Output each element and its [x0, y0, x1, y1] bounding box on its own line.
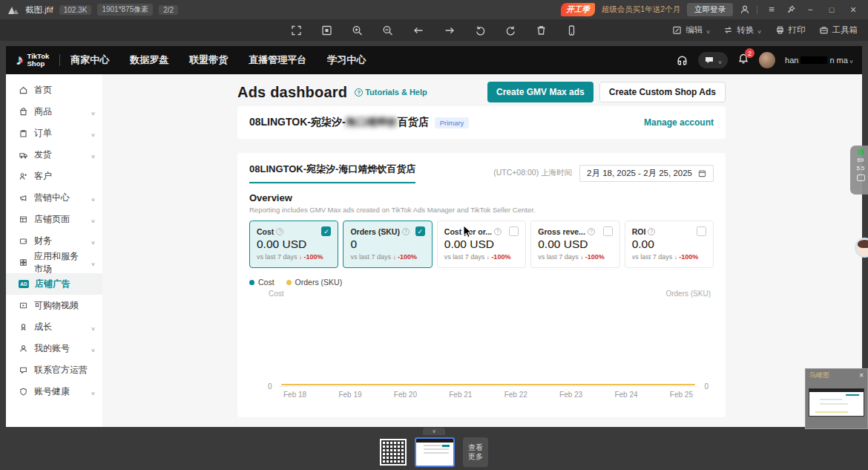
menu-icon[interactable]: [764, 0, 779, 19]
nav-learning-center[interactable]: 学习中心: [327, 53, 366, 67]
rotate-left-icon[interactable]: [475, 25, 487, 36]
sidebar-item-products[interactable]: 商品: [6, 101, 102, 123]
fullscreen-icon[interactable]: [291, 25, 303, 36]
nav-affiliate[interactable]: 联盟带货: [189, 53, 228, 67]
headset-icon[interactable]: [676, 54, 688, 67]
sidebar-item-shoppable-videos[interactable]: 可购物视频: [6, 295, 102, 316]
sidebar-item-label: 账号健康: [34, 385, 70, 398]
selected-image-thumbnail[interactable]: [415, 437, 455, 467]
edit-menu[interactable]: 编辑: [672, 25, 710, 36]
metric-value: 0.00 USD: [538, 238, 612, 251]
legend-orders[interactable]: Orders (SKU): [286, 278, 343, 287]
sidebar-item-finance[interactable]: 财务: [6, 230, 102, 252]
tiktok-shop-logo[interactable]: ♪ TikTok Shop: [16, 52, 49, 68]
info-icon[interactable]: [402, 228, 410, 235]
date-range-picker[interactable]: 2月 18, 2025 - 2月 25, 2025: [579, 165, 714, 182]
calendar-icon: [698, 169, 706, 177]
edit-icon: [672, 25, 682, 35]
account-name: 08LINGTOK-宛柒汐-海口靖烨饮百货店: [249, 116, 429, 129]
delete-icon[interactable]: [536, 25, 548, 36]
toolbox-button[interactable]: 工具箱: [819, 25, 858, 36]
next-image-icon[interactable]: [444, 25, 456, 36]
nav-data-compass[interactable]: 数据罗盘: [130, 53, 168, 67]
minimize-button[interactable]: [803, 0, 818, 19]
create-gmv-max-ads-button[interactable]: Create GMV Max ads: [487, 82, 594, 102]
metric-card-cost[interactable]: Cost 0.00 USD vs last 7 days -100%: [249, 221, 338, 268]
metric-label: Orders (SKU): [350, 227, 400, 236]
chevron-down-icon: [91, 128, 95, 139]
sidebar-item-my-account[interactable]: 我的账号: [6, 338, 102, 359]
sidebar-item-shop-pages[interactable]: 店铺页面: [6, 209, 102, 230]
qr-code-thumbnail[interactable]: [380, 439, 407, 466]
manage-account-link[interactable]: Manage account: [644, 117, 714, 128]
sidebar-item-contact-support[interactable]: 联系官方运营: [6, 359, 102, 381]
sidebar-item-marketing[interactable]: 营销中心: [6, 187, 102, 209]
sidebar-item-shop-ads[interactable]: 店铺广告: [6, 273, 102, 295]
info-icon[interactable]: [588, 228, 595, 235]
nav-live-management[interactable]: 直播管理平台: [249, 53, 306, 67]
nav-seller-center[interactable]: 商家中心: [70, 53, 109, 67]
login-button[interactable]: 立即登录: [687, 3, 733, 16]
close-icon[interactable]: [859, 371, 864, 379]
create-custom-shop-ads-button[interactable]: Create Custom Shop Ads: [599, 82, 726, 102]
info-icon[interactable]: [648, 228, 655, 235]
sidebar-item-growth[interactable]: 成长: [6, 316, 102, 338]
user-avatar[interactable]: [759, 52, 775, 68]
user-name-suffix: n ma: [829, 56, 847, 65]
metric-label: ROI: [632, 227, 646, 236]
sidebar-item-home[interactable]: 首页: [6, 79, 102, 101]
x-axis-labels: Feb 18 Feb 19 Feb 20 Feb 21 Feb 22 Feb 2…: [283, 391, 693, 399]
user-name[interactable]: han n ma: [785, 56, 853, 65]
close-button[interactable]: [846, 0, 861, 20]
storefront-icon: [19, 215, 28, 224]
file-dimensions-badge: 1901*875像素: [97, 4, 153, 16]
notifications-button[interactable]: 2: [737, 53, 749, 68]
birdseye-preview[interactable]: [809, 388, 864, 417]
metric-checkbox-unchecked[interactable]: [603, 226, 613, 236]
metric-card-gross-revenue[interactable]: Gross reve... 0.00 USD vs last 7 days -1…: [530, 221, 619, 268]
growth-icon: [19, 322, 28, 332]
sidebar-item-orders[interactable]: 订单: [6, 123, 102, 144]
sidebar-item-customers[interactable]: 客户: [6, 166, 102, 187]
info-icon[interactable]: [276, 228, 283, 235]
header-divider: [59, 54, 60, 66]
legend-cost[interactable]: Cost: [249, 278, 274, 287]
mobile-transfer-icon[interactable]: [566, 25, 578, 36]
tutorials-link[interactable]: Tutorials & Help: [355, 88, 427, 97]
convert-menu[interactable]: 转换: [723, 25, 761, 36]
apps-icon: [19, 258, 28, 267]
fit-screen-icon[interactable]: [321, 25, 333, 36]
pin-icon[interactable]: [786, 4, 796, 15]
user-icon[interactable]: [740, 4, 750, 15]
sidebar-item-apps-market[interactable]: 应用和服务市场: [6, 252, 102, 273]
metric-checkbox-checked[interactable]: [415, 226, 425, 236]
maximize-button[interactable]: [824, 0, 839, 19]
metric-card-orders[interactable]: Orders (SKU) 0 vs last 7 days -100%: [343, 221, 432, 268]
metric-checkbox-checked[interactable]: [321, 226, 331, 236]
metric-checkbox-unchecked[interactable]: [697, 226, 706, 236]
zoom-out-icon[interactable]: [382, 25, 394, 36]
info-icon[interactable]: [494, 228, 502, 235]
camera-icon[interactable]: [857, 174, 865, 181]
messages-menu[interactable]: [698, 52, 728, 68]
view-more-button[interactable]: 查看 更多: [463, 437, 488, 467]
print-button[interactable]: 打印: [775, 25, 806, 36]
account-name-suffix: 百货店: [398, 116, 429, 128]
rotate-right-icon[interactable]: [505, 25, 517, 36]
filmstrip-collapse-handle[interactable]: [423, 428, 445, 435]
prev-image-icon[interactable]: [412, 25, 425, 36]
sidebar-item-label: 首页: [34, 84, 52, 97]
promo-badge[interactable]: 开工季: [561, 3, 595, 16]
side-stats-widget[interactable]: 69 5.5: [850, 146, 868, 195]
metric-card-roi[interactable]: ROI 0.00 vs last 7 days -100%: [625, 221, 714, 268]
x-tick: Feb 18: [283, 391, 306, 399]
sidebar-item-shipping[interactable]: 发货: [6, 144, 102, 166]
metric-card-cost-per-order[interactable]: Cost per or... 0.00 USD vs last 7 days -…: [437, 221, 526, 268]
account-tab[interactable]: 08LINGTOK-宛柒汐-海口靖烨饮百货店: [249, 163, 415, 183]
timezone-label: (UTC+08:00) 上海时间: [493, 168, 572, 178]
zoom-in-icon[interactable]: [352, 25, 364, 36]
metric-checkbox-unchecked[interactable]: [509, 226, 519, 236]
customer-icon: [19, 172, 28, 181]
sidebar-item-account-health[interactable]: 账号健康: [6, 381, 102, 402]
x-tick: Feb 20: [394, 391, 417, 399]
